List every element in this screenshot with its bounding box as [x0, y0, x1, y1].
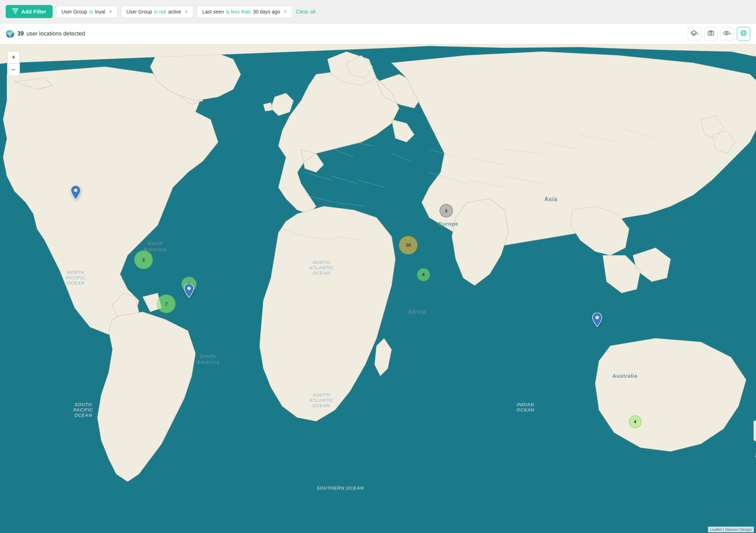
map-info: 🌍 39 user locations detected: [6, 29, 85, 38]
svg-point-6: [724, 31, 729, 35]
globe-icon: 🌍: [6, 29, 15, 38]
filter-icon: [12, 9, 18, 15]
cluster-europe-4[interactable]: 4: [417, 268, 430, 281]
cluster-europe-3[interactable]: 3: [439, 204, 453, 217]
globe-button[interactable]: [737, 27, 750, 41]
pin-se-asia[interactable]: [592, 313, 603, 328]
cluster-count: 4: [634, 419, 636, 424]
visibility-chevron: ▾: [730, 32, 731, 36]
cluster-europe-10[interactable]: 10: [399, 236, 417, 254]
filter-last-seen-prefix: Last seen: [202, 9, 224, 15]
svg-rect-2: [14, 12, 16, 14]
filter-not-active-close[interactable]: ×: [185, 9, 188, 15]
cluster-north-america-7[interactable]: 7: [157, 295, 176, 313]
cluster-count: 2: [142, 257, 145, 263]
cluster-count: 10: [406, 242, 411, 248]
svg-point-4: [710, 32, 712, 34]
pin-alaska[interactable]: [70, 185, 81, 201]
filter-last-seen-keyword: is less than: [226, 9, 251, 15]
filter-not-active-prefix: User Group: [126, 9, 152, 15]
filter-loyal-prefix: User Group: [61, 9, 87, 15]
filter-loyal-close[interactable]: ×: [109, 9, 112, 15]
filter-chip-loyal: User Group is loyal ×: [56, 6, 118, 18]
layers-button[interactable]: ▾: [688, 27, 701, 41]
map-container[interactable]: + − NORTHPACIFICOCEAN NORTHATLANTICOCEAN…: [0, 44, 756, 533]
layers-icon: [691, 30, 697, 37]
svg-point-36: [187, 286, 191, 290]
globe-ctrl-icon: [740, 30, 747, 38]
zoom-out-button[interactable]: −: [7, 64, 20, 76]
cluster-count: 3: [445, 208, 447, 214]
svg-rect-0: [12, 9, 18, 10]
svg-point-7: [725, 32, 727, 34]
add-filter-button[interactable]: Add Filter: [6, 5, 53, 18]
zoom-in-button[interactable]: +: [7, 52, 20, 64]
zoom-controls: + −: [7, 51, 20, 76]
clear-all-link[interactable]: Clear all: [296, 9, 315, 15]
pin-usa-central[interactable]: [184, 284, 194, 299]
detected-count: 39: [17, 31, 24, 37]
filter-chip-last-seen: Last seen is less than 30 days ago ×: [197, 6, 292, 18]
visibility-button[interactable]: ▾: [720, 27, 734, 41]
filter-loyal-suffix: loyal: [95, 9, 105, 15]
cluster-count: 4: [422, 272, 425, 277]
eye-icon: [723, 31, 730, 37]
screenshot-icon: [708, 30, 714, 37]
map-attribution: Leaflet | Stamen Design: [708, 527, 754, 532]
svg-rect-1: [13, 11, 17, 12]
svg-rect-3: [708, 31, 714, 35]
filter-loyal-keyword: is: [89, 9, 93, 15]
filter-last-seen-suffix: 30 days ago: [253, 9, 280, 15]
cluster-north-america-2[interactable]: 2: [134, 251, 153, 269]
cluster-count: 7: [165, 301, 168, 307]
map-header: 🌍 39 user locations detected ▾: [0, 23, 756, 44]
filter-chip-not-active: User Group is not active ×: [121, 6, 194, 18]
add-filter-label: Add Filter: [21, 9, 46, 15]
svg-point-37: [595, 316, 599, 319]
filter-not-active-suffix: active: [168, 9, 181, 15]
toolbar: Add Filter User Group is loyal × User Gr…: [0, 0, 756, 23]
screenshot-button[interactable]: [704, 27, 718, 41]
cluster-australia-4[interactable]: 4: [629, 415, 642, 428]
map-controls: ▾ ▾: [688, 27, 750, 41]
layers-chevron: ▾: [697, 32, 699, 36]
svg-point-35: [74, 188, 77, 192]
filter-not-active-keyword: is not: [154, 9, 166, 15]
filter-last-seen-close[interactable]: ×: [284, 9, 287, 15]
detected-label: user locations detected: [27, 31, 85, 37]
